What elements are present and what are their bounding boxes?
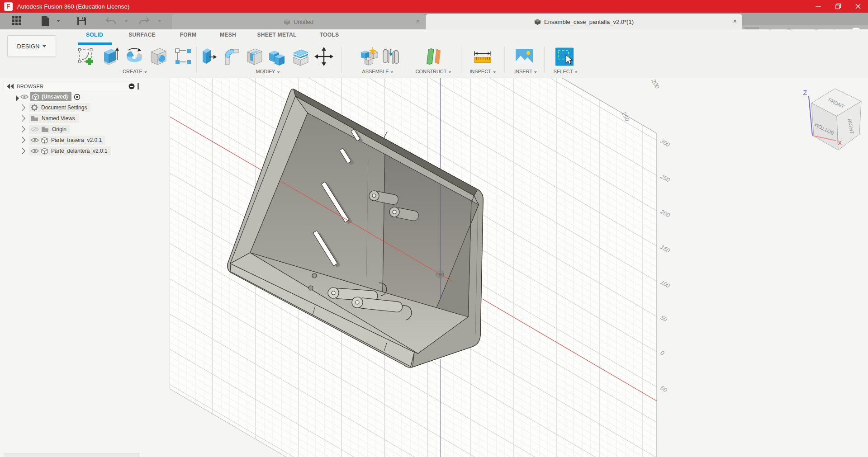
tree-item-label: Origin [52,126,66,132]
insert-image-icon[interactable] [515,47,534,66]
ribbon-toolbar: DESIGN SOLID SURFACE FORM MESH SHEET MET… [0,29,868,78]
wall-hole [312,273,317,278]
visibility-eye-icon[interactable] [31,148,39,154]
minimize-button[interactable] [808,0,828,13]
expander-open-icon[interactable] [10,92,19,101]
tab-untitled[interactable]: Untitled × [172,14,425,29]
viewcube-x-label: X [838,139,842,146]
press-pull-icon[interactable] [199,47,218,66]
construct-plane-icon[interactable] [423,47,442,66]
offset-face-icon[interactable] [291,47,310,66]
ribbon-tab-sheet-metal[interactable]: SHEET METAL [257,32,296,38]
expander-closed-icon[interactable] [19,115,25,122]
hole-icon[interactable] [149,47,168,66]
dropdown-caret-icon [574,71,577,73]
workspace-design-menu[interactable]: DESIGN [7,35,56,57]
ribbon-tab-surface[interactable]: SURFACE [128,32,155,38]
save-icon[interactable] [77,14,86,27]
viewcube-z-label: Z [803,89,807,96]
component-icon [41,148,48,155]
document-cube-icon [534,19,541,25]
group-label-assemble[interactable]: ASSEMBLE [362,69,393,74]
tab-active-close-icon[interactable]: × [733,18,737,25]
revolve-icon[interactable] [125,47,144,66]
group-label-insert[interactable]: INSERT [514,69,537,74]
ribbon-tab-form[interactable]: FORM [180,32,197,38]
move-copy-icon[interactable] [314,47,333,66]
dropdown-caret-icon [144,71,147,73]
group-label-inspect[interactable]: INSPECT [470,69,496,74]
expander-closed-icon[interactable] [19,137,25,143]
window-title: Autodesk Fusion 360 (Education License) [17,3,129,10]
group-label-select[interactable]: SELECT [554,69,578,74]
ribbon-tab-tools[interactable]: TOOLS [320,32,339,38]
restore-button[interactable] [828,0,848,13]
browser-panel-header: BROWSER [4,81,140,91]
browser-panel-footer [4,453,140,457]
app-grid-icon[interactable] [12,14,22,27]
extrude-icon[interactable] [101,47,120,66]
joint-icon[interactable] [381,47,400,66]
dropdown-caret-icon [391,71,394,73]
browser-row-named-views[interactable]: Named Views [4,113,140,124]
visibility-eye-off-icon[interactable] [31,127,39,132]
redo-caret-icon[interactable] [155,14,161,27]
tree-item-label: Document Settings [41,104,87,111]
collapse-panel-icon[interactable] [7,84,14,89]
browser-panel: BROWSER (Unsaved) Document Settings [4,81,140,156]
expander-closed-icon[interactable] [19,148,25,154]
component-icon [41,137,48,144]
undo-caret-icon[interactable] [121,14,128,27]
fusion-logo-icon: F [4,2,13,11]
gear-icon [31,104,38,111]
activate-component-radio-icon[interactable] [74,94,81,100]
group-label-create[interactable]: CREATE [123,69,147,74]
close-button[interactable] [848,0,868,13]
redo-icon[interactable] [138,14,150,27]
fusion360-window: 300 250 200 150 100 50 0 50 250 200 [0,0,868,457]
select-icon[interactable] [555,47,574,66]
folder-icon [31,115,38,122]
measure-icon[interactable] [473,47,492,66]
active-tab-underline [78,42,112,45]
expander-closed-icon[interactable] [19,104,25,111]
new-component-icon[interactable] [360,47,379,66]
file-menu-caret-icon[interactable] [53,14,60,27]
combine-icon[interactable] [267,47,286,66]
fillet-icon[interactable] [223,47,242,66]
dropdown-caret-icon [534,71,537,73]
tree-item-label: Parte_trasera_v2.0:1 [51,137,102,143]
undo-icon[interactable] [105,14,117,27]
create-sketch-icon[interactable] [77,47,96,66]
visibility-eye-icon[interactable] [20,94,28,99]
ribbon-tab-solid[interactable]: SOLID [86,32,103,38]
expander-closed-icon[interactable] [19,126,25,132]
browser-row-root[interactable]: (Unsaved) [4,91,140,102]
origin-point [439,273,442,276]
panel-scrollbar-nub[interactable] [138,83,139,90]
document-cube-icon [284,19,290,25]
wall-hole [308,286,313,290]
tree-item-label: Parte_delantera_v2.0:1 [51,148,108,154]
tab-untitled-close-icon[interactable]: × [416,18,420,25]
tab-ensamble-case-pantalla[interactable]: Ensamble_case_pantalla_v2.0*(1) × [426,14,742,29]
ribbon-tab-mesh[interactable]: MESH [220,32,236,38]
rectangular-pattern-icon[interactable] [174,47,193,66]
group-label-construct[interactable]: CONSTRUCT [415,69,451,74]
browser-row-parte-delantera[interactable]: Parte_delantera_v2.0:1 [4,146,140,156]
browser-panel-title: BROWSER [17,84,44,89]
dropdown-caret-icon [493,71,496,73]
browser-row-document-settings[interactable]: Document Settings [4,102,140,113]
browser-row-parte-trasera[interactable]: Parte_trasera_v2.0:1 [4,135,140,146]
dropdown-caret-icon [449,71,451,73]
group-label-modify[interactable]: MODIFY [256,69,280,74]
file-menu-icon[interactable] [41,14,50,27]
tab-active-label: Ensamble_case_pantalla_v2.0*(1) [544,19,634,25]
visibility-eye-icon[interactable] [31,137,39,143]
root-document-label: (Unsaved) [42,94,68,100]
folder-icon [41,126,49,132]
display-settings-icon[interactable] [128,83,135,90]
tab-untitled-label: Untitled [294,19,313,25]
browser-row-origin[interactable]: Origin [4,124,140,135]
shell-icon[interactable] [245,47,264,66]
